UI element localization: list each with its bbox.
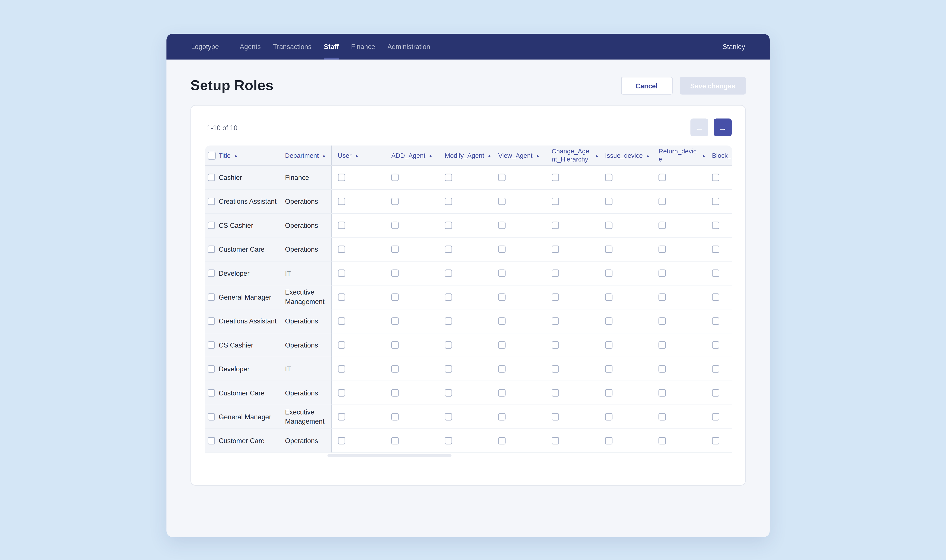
permission-checkbox-issue-device[interactable] [605,365,613,373]
permission-checkbox-change-agent-hierarchy[interactable] [552,269,559,277]
permission-checkbox-user[interactable] [338,413,345,421]
permission-checkbox-user[interactable] [338,174,345,181]
permission-checkbox-view-agent[interactable] [498,389,505,397]
row-checkbox[interactable] [208,222,215,229]
permission-checkbox-modify-agent[interactable] [445,294,452,301]
permission-checkbox-change-agent-hierarchy[interactable] [552,222,559,229]
permission-checkbox-user[interactable] [338,269,345,277]
permission-checkbox-modify-agent[interactable] [445,222,452,229]
select-all-checkbox[interactable] [208,151,216,159]
row-checkbox[interactable] [208,294,215,301]
row-checkbox[interactable] [208,269,215,277]
permission-checkbox-view-agent[interactable] [498,198,505,205]
permission-checkbox-return-device[interactable] [658,437,666,445]
row-checkbox[interactable] [208,317,215,325]
permission-checkbox-issue-device[interactable] [605,342,613,349]
permission-checkbox-view-agent[interactable] [498,413,505,421]
permission-checkbox-modify-agent[interactable] [445,365,452,373]
permission-checkbox-user[interactable] [338,389,345,397]
permission-checkbox-add-agent[interactable] [391,437,399,445]
permission-checkbox-change-agent-hierarchy[interactable] [552,365,559,373]
permission-checkbox-return-device[interactable] [658,269,666,277]
permission-checkbox-issue-device[interactable] [605,174,613,181]
permission-checkbox-change-agent-hierarchy[interactable] [552,413,559,421]
row-checkbox[interactable] [208,437,215,445]
permission-checkbox-return-device[interactable] [658,389,666,397]
permission-checkbox-add-agent[interactable] [391,413,399,421]
permission-checkbox-issue-device[interactable] [605,413,613,421]
permission-checkbox-block[interactable] [712,389,720,397]
permission-checkbox-block[interactable] [712,269,720,277]
permission-checkbox-modify-agent[interactable] [445,437,452,445]
permission-checkbox-block[interactable] [712,222,720,229]
permission-checkbox-block[interactable] [712,317,720,325]
row-checkbox[interactable] [208,174,215,181]
permission-checkbox-add-agent[interactable] [391,246,399,253]
row-checkbox[interactable] [208,413,215,421]
row-checkbox[interactable] [208,389,215,397]
permission-checkbox-view-agent[interactable] [498,269,505,277]
nav-item-finance[interactable]: Finance [351,34,375,60]
permission-checkbox-change-agent-hierarchy[interactable] [552,174,559,181]
column-header-title[interactable]: Title ▲ [219,146,285,165]
row-checkbox[interactable] [208,246,215,253]
permission-checkbox-add-agent[interactable] [391,198,399,205]
column-header-view-agent[interactable]: View_Agent▲ [492,146,545,165]
nav-item-staff[interactable]: Staff [324,34,339,60]
permission-checkbox-add-agent[interactable] [391,365,399,373]
row-checkbox[interactable] [208,342,215,349]
permission-checkbox-issue-device[interactable] [605,222,613,229]
column-header-change-agent-hierarchy[interactable]: Change_Agent_Hierarchy▲ [545,146,599,165]
permission-checkbox-modify-agent[interactable] [445,246,452,253]
permission-checkbox-modify-agent[interactable] [445,198,452,205]
permission-checkbox-block[interactable] [712,294,720,301]
horizontal-scrollbar-thumb[interactable] [327,454,451,457]
permission-checkbox-return-device[interactable] [658,294,666,301]
permission-checkbox-modify-agent[interactable] [445,413,452,421]
permission-checkbox-issue-device[interactable] [605,317,613,325]
permission-checkbox-issue-device[interactable] [605,269,613,277]
permission-checkbox-add-agent[interactable] [391,269,399,277]
user-menu[interactable]: Stanley [723,43,745,50]
permission-checkbox-issue-device[interactable] [605,389,613,397]
permission-checkbox-change-agent-hierarchy[interactable] [552,437,559,445]
permission-checkbox-user[interactable] [338,365,345,373]
permission-checkbox-user[interactable] [338,222,345,229]
permission-checkbox-view-agent[interactable] [498,222,505,229]
nav-item-administration[interactable]: Administration [387,34,430,60]
permission-checkbox-view-agent[interactable] [498,317,505,325]
permission-checkbox-change-agent-hierarchy[interactable] [552,317,559,325]
permission-checkbox-add-agent[interactable] [391,317,399,325]
row-checkbox[interactable] [208,365,215,373]
permission-checkbox-user[interactable] [338,294,345,301]
column-header-user[interactable]: User▲ [332,146,385,165]
column-header-department[interactable]: Department ▲ [285,146,332,165]
permission-checkbox-user[interactable] [338,246,345,253]
nav-item-transactions[interactable]: Transactions [273,34,311,60]
permission-checkbox-view-agent[interactable] [498,294,505,301]
permission-checkbox-return-device[interactable] [658,198,666,205]
permission-checkbox-block[interactable] [712,246,720,253]
permission-checkbox-modify-agent[interactable] [445,317,452,325]
permission-checkbox-change-agent-hierarchy[interactable] [552,294,559,301]
permission-checkbox-return-device[interactable] [658,317,666,325]
permission-checkbox-user[interactable] [338,342,345,349]
permission-checkbox-add-agent[interactable] [391,294,399,301]
row-checkbox[interactable] [208,198,215,205]
column-header-add-agent[interactable]: ADD_Agent▲ [385,146,439,165]
permission-checkbox-view-agent[interactable] [498,342,505,349]
permission-checkbox-modify-agent[interactable] [445,342,452,349]
column-header-issue-device[interactable]: Issue_device▲ [599,146,652,165]
permission-checkbox-block[interactable] [712,342,720,349]
permission-checkbox-block[interactable] [712,413,720,421]
permission-checkbox-view-agent[interactable] [498,365,505,373]
permission-checkbox-issue-device[interactable] [605,294,613,301]
permission-checkbox-block[interactable] [712,437,720,445]
permission-checkbox-return-device[interactable] [658,342,666,349]
permission-checkbox-block[interactable] [712,365,720,373]
column-header-return-device[interactable]: Return_device▲ [652,146,706,165]
permission-checkbox-add-agent[interactable] [391,342,399,349]
permission-checkbox-user[interactable] [338,437,345,445]
permission-checkbox-block[interactable] [712,174,720,181]
permission-checkbox-view-agent[interactable] [498,174,505,181]
